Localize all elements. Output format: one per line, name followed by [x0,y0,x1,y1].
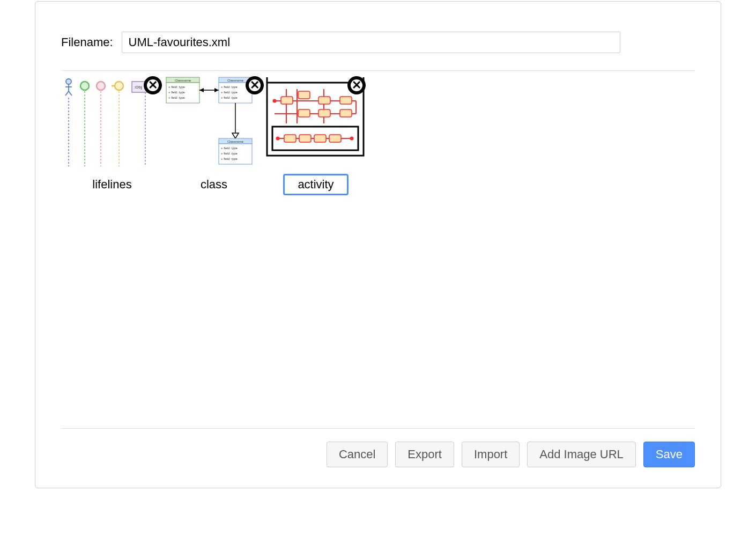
thumbnail-class-preview: Classname + field: type + field: type + … [163,75,265,172]
svg-point-0 [66,79,71,84]
svg-rect-62 [329,135,341,142]
obj-label: :Obj [134,85,142,90]
thumbnail-lifelines-preview: :Obj ✕ [61,75,163,172]
svg-text:+ field: type: + field: type [168,85,186,89]
svg-point-8 [97,82,105,90]
svg-point-51 [350,137,354,141]
svg-text:+ field: type: + field: type [221,157,238,160]
svg-rect-60 [299,135,311,142]
footer: Cancel Export Import Add Image URL Save [61,429,695,488]
export-button[interactable]: Export [395,442,454,467]
svg-rect-56 [318,109,330,117]
svg-rect-54 [298,109,310,117]
thumbnail-activity-label: activity [283,174,348,195]
svg-rect-53 [298,91,310,99]
svg-text:+ field: type: + field: type [221,91,238,94]
thumbnail-class-label: class [186,174,242,195]
svg-line-3 [65,91,69,96]
svg-text:Classname: Classname [227,79,244,82]
close-icon: ✕ [147,79,159,91]
svg-marker-22 [199,88,204,92]
filename-label: Filename: [61,35,113,49]
svg-text:+ field: type: + field: type [221,96,238,99]
thumbnail-lifelines-close[interactable]: ✕ [144,76,162,94]
import-button[interactable]: Import [462,442,520,467]
svg-text:+ field: type: + field: type [168,96,186,99]
svg-marker-23 [214,88,219,92]
svg-text:+ field: type: + field: type [221,146,238,150]
dialog: Filename: [35,1,721,488]
svg-text:Classname: Classname [227,140,244,143]
svg-marker-31 [232,133,239,138]
svg-rect-61 [314,135,326,142]
cancel-button[interactable]: Cancel [327,442,388,467]
thumbnail-activity[interactable]: ✕ activity [265,75,367,195]
filename-input[interactable] [122,32,620,53]
svg-rect-52 [281,97,293,104]
add-image-url-button[interactable]: Add Image URL [527,442,636,467]
svg-point-49 [273,99,277,103]
svg-text:Classname: Classname [175,79,191,82]
svg-rect-55 [318,97,330,104]
svg-line-4 [69,91,72,96]
close-icon: ✕ [249,79,261,91]
svg-rect-59 [284,135,296,142]
thumbnail-class-close[interactable]: ✕ [246,76,264,94]
thumbnail-activity-close[interactable]: ✕ [347,76,366,94]
svg-rect-57 [340,97,352,104]
thumbnail-lifelines-label: lifelines [78,174,146,195]
svg-point-50 [276,137,280,141]
svg-point-6 [80,82,89,90]
thumbnail-class[interactable]: Classname + field: type + field: type + … [163,75,265,195]
svg-point-10 [115,82,123,90]
svg-text:+ field: type: + field: type [221,152,238,155]
svg-rect-58 [340,109,352,117]
svg-rect-38 [267,83,364,156]
thumbnail-activity-preview: ✕ [265,75,367,172]
svg-text:+ field: type: + field: type [221,85,238,89]
close-icon: ✕ [351,79,362,91]
svg-text:+ field: type: + field: type [168,91,186,94]
thumbnails-area: :Obj ✕ lifelines Classname + field: [61,71,695,428]
save-button[interactable]: Save [643,442,695,467]
filename-row: Filename: [61,2,695,70]
thumbnail-lifelines[interactable]: :Obj ✕ lifelines [61,75,163,195]
